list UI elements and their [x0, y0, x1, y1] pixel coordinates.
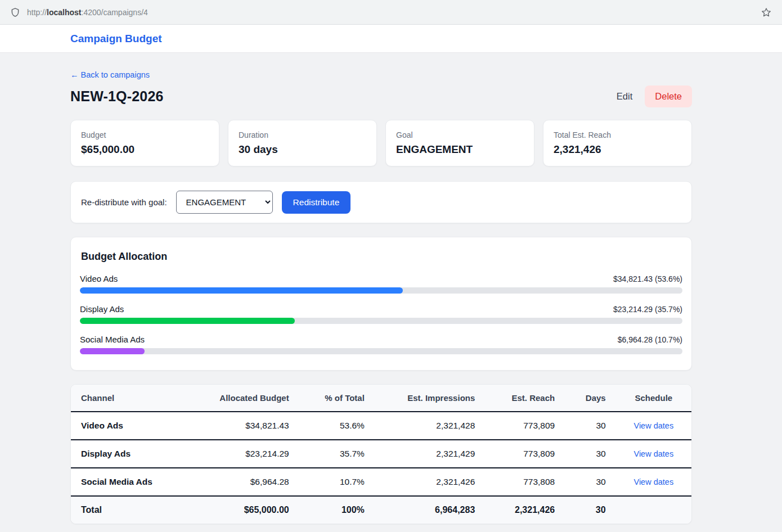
- app-title: Campaign Budget: [70, 33, 162, 45]
- cell-reach: 773,809: [485, 440, 565, 468]
- delete-button[interactable]: Delete: [645, 85, 692, 107]
- url-scheme: http://: [27, 8, 47, 17]
- app-header: Campaign Budget: [0, 25, 782, 53]
- cell-days: 30: [565, 440, 615, 468]
- cell-schedule-empty: [616, 496, 691, 524]
- table-row: Social Media Ads $6,964.28 10.7% 2,321,4…: [71, 468, 691, 496]
- table-total-row: Total $65,000.00 100% 6,964,283 2,321,42…: [71, 496, 691, 524]
- page-title: NEW-1Q-2026: [70, 88, 164, 105]
- redistribute-label: Re-distribute with goal:: [81, 197, 167, 207]
- stat-card-budget: Budget $65,000.00: [70, 120, 219, 166]
- table-row: Video Ads $34,821.43 53.6% 2,321,428 773…: [71, 412, 691, 440]
- goal-select[interactable]: ENGAGEMENT: [176, 191, 273, 214]
- bookmark-star-icon[interactable]: [761, 7, 772, 18]
- progress-fill: [80, 318, 295, 324]
- progress-track: [80, 287, 682, 294]
- cell-impressions: 6,964,283: [375, 496, 485, 524]
- cell-reach: 773,809: [485, 412, 565, 440]
- stats-grid: Budget $65,000.00 Duration 30 days Goal …: [70, 120, 692, 166]
- table-row: Display Ads $23,214.29 35.7% 2,321,429 7…: [71, 440, 691, 468]
- cell-reach: 2,321,426: [485, 496, 565, 524]
- allocation-channel-name: Display Ads: [80, 304, 124, 314]
- redistribute-button[interactable]: Redistribute: [282, 191, 351, 214]
- browser-address-bar: http://localhost:4200/campaigns/4: [0, 0, 782, 25]
- stat-label: Budget: [81, 130, 209, 139]
- cell-budget: $6,964.28: [186, 468, 299, 496]
- progress-track: [80, 348, 682, 354]
- allocation-item-social-media-ads: Social Media Ads $6,964.28 (10.7%): [80, 335, 682, 354]
- cell-days: 30: [565, 412, 615, 440]
- redistribute-panel: Re-distribute with goal: ENGAGEMENT Redi…: [70, 181, 692, 223]
- stat-value: 30 days: [239, 143, 366, 156]
- url-input[interactable]: http://localhost:4200/campaigns/4: [27, 8, 754, 17]
- stat-card-duration: Duration 30 days: [228, 120, 377, 166]
- stat-value: $65,000.00: [81, 143, 209, 156]
- view-dates-link[interactable]: View dates: [633, 449, 673, 458]
- site-info-shield-icon[interactable]: [10, 7, 20, 17]
- progress-fill: [80, 348, 145, 354]
- title-row: NEW-1Q-2026 Edit Delete: [70, 85, 692, 107]
- header-channel: Channel: [71, 385, 186, 412]
- header-days: Days: [565, 385, 615, 412]
- stat-label: Duration: [239, 130, 366, 139]
- cell-percent: 53.6%: [299, 412, 375, 440]
- cell-impressions: 2,321,428: [375, 412, 485, 440]
- cell-budget: $23,214.29: [186, 440, 299, 468]
- cell-channel: Video Ads: [71, 412, 186, 440]
- progress-track: [80, 318, 682, 324]
- stat-card-goal: Goal ENGAGEMENT: [385, 120, 534, 166]
- stat-value: 2,321,426: [554, 143, 681, 156]
- cell-channel: Total: [71, 496, 186, 524]
- allocation-item-display-ads: Display Ads $23,214.29 (35.7%): [80, 304, 682, 324]
- back-to-campaigns-link[interactable]: ← Back to campaigns: [70, 70, 150, 79]
- view-dates-link[interactable]: View dates: [633, 421, 673, 430]
- stat-label: Goal: [396, 130, 524, 139]
- allocation-channel-value: $23,214.29 (35.7%): [613, 305, 682, 314]
- stat-value: ENGAGEMENT: [396, 143, 524, 156]
- table-header-row: Channel Allocated Budget % of Total Est.…: [71, 385, 691, 412]
- view-dates-link[interactable]: View dates: [633, 477, 673, 486]
- header-est-impressions: Est. Impressions: [375, 385, 485, 412]
- cell-percent: 10.7%: [299, 468, 375, 496]
- cell-budget: $65,000.00: [186, 496, 299, 524]
- channels-table: Channel Allocated Budget % of Total Est.…: [71, 385, 691, 524]
- allocation-title: Budget Allocation: [80, 251, 682, 263]
- edit-button[interactable]: Edit: [617, 91, 632, 102]
- header-allocated-budget: Allocated Budget: [186, 385, 299, 412]
- header-percent-of-total: % of Total: [299, 385, 375, 412]
- stat-card-total-reach: Total Est. Reach 2,321,426: [543, 120, 692, 166]
- allocation-channel-value: $34,821.43 (53.6%): [613, 274, 682, 283]
- allocation-item-video-ads: Video Ads $34,821.43 (53.6%): [80, 274, 682, 294]
- cell-impressions: 2,321,429: [375, 440, 485, 468]
- cell-days: 30: [565, 468, 615, 496]
- cell-percent: 100%: [299, 496, 375, 524]
- allocation-channel-name: Social Media Ads: [80, 335, 145, 344]
- cell-percent: 35.7%: [299, 440, 375, 468]
- url-host: localhost: [47, 8, 81, 17]
- stat-label: Total Est. Reach: [554, 130, 681, 139]
- main-content: ← Back to campaigns NEW-1Q-2026 Edit Del…: [0, 53, 782, 532]
- allocation-channel-name: Video Ads: [80, 274, 118, 283]
- url-path: :4200/campaigns/4: [82, 8, 148, 17]
- channels-table-panel: Channel Allocated Budget % of Total Est.…: [70, 384, 692, 524]
- allocation-channel-value: $6,964.28 (10.7%): [618, 335, 682, 344]
- header-schedule: Schedule: [616, 385, 691, 412]
- cell-impressions: 2,321,426: [375, 468, 485, 496]
- cell-days: 30: [565, 496, 615, 524]
- cell-channel: Social Media Ads: [71, 468, 186, 496]
- progress-fill: [80, 287, 403, 294]
- budget-allocation-panel: Budget Allocation Video Ads $34,821.43 (…: [70, 237, 692, 371]
- cell-reach: 773,808: [485, 468, 565, 496]
- header-est-reach: Est. Reach: [485, 385, 565, 412]
- cell-channel: Display Ads: [71, 440, 186, 468]
- cell-budget: $34,821.43: [186, 412, 299, 440]
